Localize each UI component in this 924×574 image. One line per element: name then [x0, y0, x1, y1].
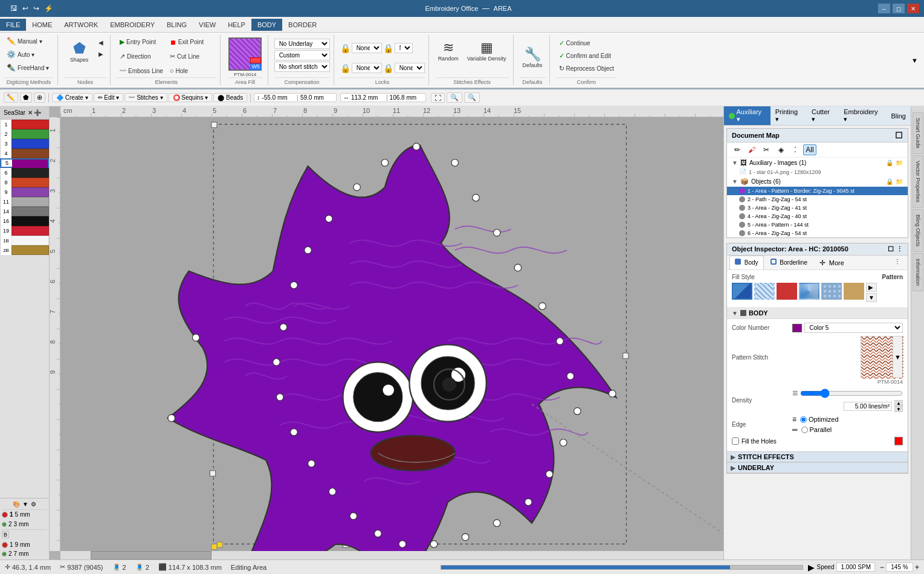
coord-y-input[interactable]	[300, 94, 334, 101]
minimize-button[interactable]: –	[878, 4, 890, 13]
printing-tab[interactable]: Printing ▾	[771, 106, 807, 125]
no-underlay-select[interactable]: No Underlay	[274, 39, 330, 49]
speed-icon[interactable]: ▶	[808, 563, 815, 572]
embroidery-tab[interactable]: Embroidery ▾	[839, 106, 886, 125]
manual-btn[interactable]: ✏️ Manual ▾	[4, 35, 54, 47]
create-btn[interactable]: 🔷 Create ▾	[52, 93, 92, 102]
auto-btn[interactable]: ⚙️ Auto ▾	[4, 48, 54, 60]
short-stitch-select[interactable]: No short stitch	[274, 62, 330, 72]
obj-inspector-settings[interactable]: ⋮	[896, 245, 903, 253]
freehand-btn[interactable]: ✒️ FreeHand ▾	[4, 62, 54, 74]
color-row-1b[interactable]: 1B	[0, 236, 49, 245]
color-row-19[interactable]: 19	[0, 226, 49, 236]
color-row-9[interactable]: 9	[0, 187, 49, 197]
color-row-4[interactable]: 4	[0, 149, 49, 158]
pattern-dropdown-btn[interactable]: ▼	[893, 337, 902, 378]
menu-help[interactable]: HELP	[222, 19, 251, 31]
vtab-information[interactable]: Information	[913, 253, 923, 291]
lock1-select[interactable]: None	[352, 43, 382, 53]
auxiliary-tab[interactable]: Auxiliary ▾	[724, 106, 771, 125]
variable-density-btn[interactable]: ▦ Variable Density	[464, 37, 509, 77]
color-row-2b[interactable]: 2B	[0, 245, 49, 255]
fill-style-6[interactable]	[844, 283, 864, 300]
fill-style-4[interactable]	[799, 283, 819, 300]
color-row-3[interactable]: 3	[0, 139, 49, 149]
tree-auxiliary-group[interactable]: ▼ 🖼 Auxiliary - Images (1) 🔒 📁	[727, 158, 908, 167]
color-row-1[interactable]: 1	[0, 120, 49, 129]
shapes-btn[interactable]: ⬟ Shapes	[64, 37, 94, 65]
defaults-btn[interactable]: 🔧 Defaults	[520, 44, 546, 71]
color-number-select[interactable]: Color 5	[804, 323, 903, 333]
coord-x-input[interactable]	[262, 94, 295, 101]
random-btn[interactable]: ≋ Random	[435, 37, 462, 77]
palette-icon-3[interactable]: ⚙	[30, 500, 37, 508]
fill-style-2[interactable]	[754, 283, 775, 300]
canvas-tab[interactable]: SeaStar	[4, 109, 25, 116]
bottom-progress-bar[interactable]	[441, 565, 803, 570]
menu-embroidery[interactable]: EMBROIDERY	[104, 19, 161, 31]
horizontal-scrollbar[interactable]	[60, 551, 723, 559]
doc-map-close-btn[interactable]: ☐	[895, 131, 903, 140]
hole-btn[interactable]: ○ Hole	[167, 64, 216, 77]
tab-more[interactable]: ✛ More	[814, 256, 850, 269]
tree-obj-3[interactable]: 3 - Area - Zig-Zag - 41 st	[727, 204, 908, 212]
emboss-line-btn[interactable]: 〰 Emboss Line	[117, 64, 166, 77]
color-row-16[interactable]: 16	[0, 216, 49, 226]
nav-next-btn[interactable]: ▶	[95, 49, 106, 59]
vtab-smart-guide[interactable]: Smart Guide	[913, 112, 923, 154]
zoom-in-status[interactable]: +	[915, 563, 919, 572]
obj-inspector-close[interactable]: ☐	[888, 245, 894, 253]
fill-style-3[interactable]	[777, 283, 797, 300]
tab-borderline[interactable]: Borderline	[765, 256, 813, 269]
fill-style-1[interactable]	[732, 283, 752, 300]
entry-point-btn[interactable]: ▶ Entry Point	[117, 35, 166, 49]
zoom-out-status[interactable]: −	[880, 563, 884, 572]
dm-all-btn[interactable]: All	[803, 144, 816, 155]
zoom-out-btn[interactable]: 🔍	[464, 92, 480, 103]
confirm-edit-btn[interactable]: ✓ Confirm and Edit	[556, 50, 617, 62]
tree-obj-1[interactable]: 1 - Area - Pattern - Border: Zig-Zag - 9…	[727, 187, 908, 195]
canvas-tab-plus[interactable]: ➕	[34, 109, 41, 116]
tree-image-file[interactable]: 📄 1 - star 01-A.png - 1280x1209	[727, 167, 908, 176]
exit-point-btn[interactable]: ⏹ Exit Point	[167, 35, 216, 49]
area-fill-preview[interactable]: W5	[228, 37, 262, 71]
density-up-btn[interactable]: ▲	[894, 400, 903, 406]
stitch-effects-header[interactable]: ▶ STITCH EFFECTS	[727, 451, 908, 462]
tree-objects-group[interactable]: ▼ 📦 Objects (6) 🔒 📁	[727, 176, 908, 187]
tree-obj-4[interactable]: 4 - Area - Zig-Zag - 40 st	[727, 212, 908, 221]
ribbon-expand-btn[interactable]: ▼	[909, 35, 920, 85]
palette-icon-1[interactable]: 🎨	[12, 500, 21, 508]
density-slider[interactable]	[800, 389, 903, 398]
reprocess-btn[interactable]: ↻ Reprocess Object	[556, 63, 617, 74]
hscroll-thumb[interactable]	[91, 551, 212, 559]
color-row-5[interactable]: 5	[0, 158, 49, 168]
color-row-11[interactable]: 11	[0, 197, 49, 207]
save-icon[interactable]: 🖫	[8, 4, 19, 13]
beads-btn[interactable]: ⬤ Beads	[213, 93, 247, 102]
dm-brush-icon[interactable]: 🖌	[745, 144, 758, 155]
tree-obj-5[interactable]: 5 - Area - Pattern - 144 st	[727, 221, 908, 229]
size-h-input[interactable]	[390, 94, 423, 101]
cut-line-btn[interactable]: ✂ Cut Line	[167, 50, 216, 63]
edge-parallel-radio[interactable]	[801, 427, 808, 433]
pattern-stitch-preview[interactable]: ▼	[861, 336, 903, 378]
edit-btn[interactable]: ✏ Edit ▾	[94, 93, 124, 102]
menu-home[interactable]: HOME	[26, 19, 58, 31]
vtab-bling-objects[interactable]: Bling Objects	[913, 209, 923, 252]
menu-view[interactable]: VIEW	[193, 19, 222, 31]
body-section-header[interactable]: ▼ BODY	[727, 308, 908, 319]
edge-optimized-radio[interactable]	[800, 416, 807, 423]
dm-scissors-icon[interactable]: ✂	[760, 144, 773, 155]
close-button[interactable]: ✕	[907, 4, 919, 13]
zoom-input[interactable]	[886, 563, 913, 572]
fill-style-less-btn[interactable]: ▼	[866, 293, 877, 302]
fill-style-more-btn[interactable]: ▶	[866, 283, 877, 292]
bling-tab[interactable]: Bling	[887, 106, 911, 125]
color-row-8[interactable]: 8	[0, 178, 49, 187]
menu-bling[interactable]: BLING	[161, 19, 193, 31]
dm-dots-icon[interactable]: ⁚	[789, 144, 802, 155]
tree-obj-2[interactable]: 2 - Path - Zig-Zag - 54 st	[727, 195, 908, 204]
tool-icon-1[interactable]: ✏️	[4, 92, 18, 103]
dm-eraser-icon[interactable]: ◈	[774, 144, 787, 155]
menu-file[interactable]: FILE	[0, 19, 26, 31]
